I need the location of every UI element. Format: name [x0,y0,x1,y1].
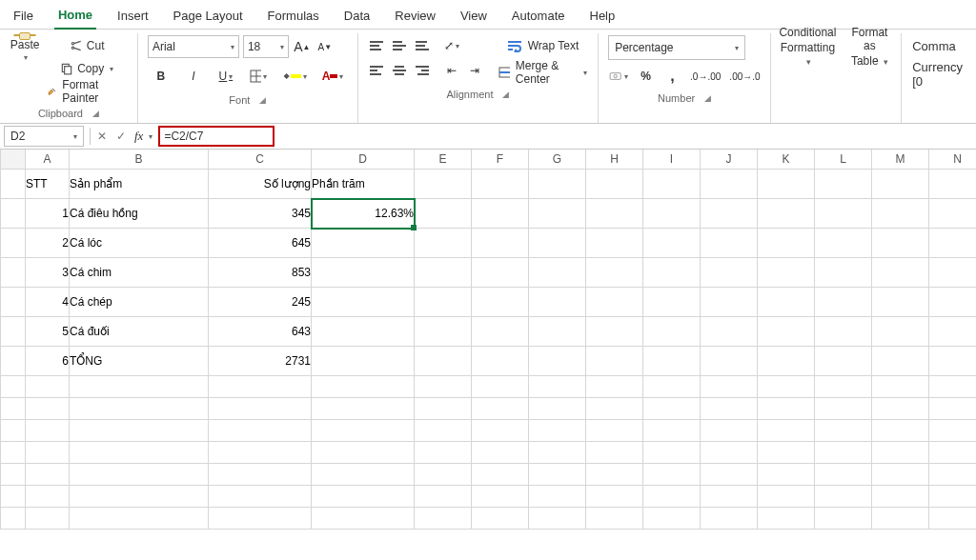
orientation-button[interactable]: ⤢▾ [442,35,461,56]
decrease-decimal-button[interactable]: .00→.0 [729,66,761,87]
cell[interactable] [312,486,415,508]
cell[interactable] [758,486,815,508]
cell[interactable] [529,398,586,420]
cell[interactable] [701,199,758,229]
cell[interactable] [929,420,977,442]
cell[interactable] [472,376,529,398]
copy-button[interactable]: Copy ▾ [46,58,127,79]
col-header[interactable]: A [26,150,70,170]
cell[interactable] [872,464,929,486]
cell[interactable] [586,464,643,486]
cell[interactable] [643,376,701,398]
cell[interactable] [586,508,643,530]
cell[interactable] [758,199,815,229]
cell[interactable] [586,199,643,229]
cell[interactable] [815,199,872,229]
cell[interactable] [758,442,815,464]
cell[interactable] [529,508,586,530]
cell[interactable] [929,508,977,530]
cell[interactable] [529,486,586,508]
cell[interactable] [643,288,701,317]
cell[interactable] [312,229,415,258]
cell[interactable] [929,464,977,486]
cell[interactable]: TỔNG [70,347,209,376]
cut-button[interactable]: Cut [46,35,127,56]
borders-button[interactable]: ▾ [245,64,272,89]
cell[interactable] [643,229,701,258]
tab-formulas[interactable]: Formulas [264,5,323,29]
cell[interactable]: Số lượng [209,170,312,199]
cell[interactable] [929,288,977,317]
cell[interactable] [758,464,815,486]
font-name-combo[interactable]: Arial ▾ [148,35,239,58]
row-header[interactable] [1,258,26,288]
cell[interactable] [26,376,70,398]
conditional-formatting-button[interactable]: Conditional Formatting ▾ [781,35,835,56]
cell[interactable] [70,376,209,398]
cell[interactable]: STT [26,170,70,199]
cell[interactable] [586,288,643,317]
wrap-text-button[interactable]: Wrap Text [498,35,588,56]
col-header[interactable]: L [815,150,872,170]
cell[interactable] [815,442,872,464]
row-header[interactable] [1,398,26,420]
cell[interactable] [26,486,70,508]
comma-style-button[interactable]: Comma [911,35,966,56]
cell[interactable] [815,347,872,376]
cell[interactable] [758,508,815,530]
tab-insert[interactable]: Insert [113,5,152,29]
cell[interactable] [312,398,415,420]
select-all-corner[interactable] [1,150,26,170]
cell[interactable] [701,420,758,442]
cell[interactable] [472,347,529,376]
cell[interactable] [872,288,929,317]
cell[interactable] [701,486,758,508]
cell[interactable] [758,347,815,376]
cell[interactable] [929,398,977,420]
tab-file[interactable]: File [10,5,37,29]
cell[interactable] [643,420,701,442]
cell[interactable] [815,508,872,530]
cell[interactable] [312,442,415,464]
cell[interactable] [758,376,815,398]
row-header[interactable] [1,420,26,442]
cell[interactable] [929,170,977,199]
cell[interactable] [815,398,872,420]
cell[interactable] [529,376,586,398]
cell[interactable] [26,442,70,464]
cell[interactable]: 4 [26,288,70,317]
col-header[interactable]: I [643,150,701,170]
cell[interactable] [472,508,529,530]
increase-indent-button[interactable]: ⇥ [465,60,484,81]
cell[interactable]: 1 [26,199,70,229]
cell[interactable] [70,464,209,486]
cell[interactable] [70,398,209,420]
cell[interactable] [701,464,758,486]
col-header[interactable]: N [929,150,977,170]
cell[interactable] [70,420,209,442]
cell[interactable] [929,376,977,398]
cell[interactable] [472,398,529,420]
cell[interactable] [758,229,815,258]
paste-button[interactable]: Paste ▾ [10,35,40,60]
cell[interactable] [929,317,977,347]
cell[interactable] [643,398,701,420]
cell[interactable] [70,442,209,464]
tab-view[interactable]: View [457,5,491,29]
bold-button[interactable]: B [148,64,174,89]
cell[interactable] [701,376,758,398]
cell[interactable]: Phần trăm [312,170,415,199]
cell[interactable] [529,258,586,288]
number-format-combo[interactable]: Percentage ▾ [608,35,745,60]
cell[interactable] [415,170,472,199]
cell[interactable] [472,258,529,288]
cell[interactable]: 345 [209,199,312,229]
cell[interactable] [415,288,472,317]
cell[interactable] [415,420,472,442]
fill-color-button[interactable]: ▾ [277,64,312,89]
cell[interactable] [643,464,701,486]
cell[interactable] [758,170,815,199]
tab-review[interactable]: Review [391,5,439,29]
cell[interactable] [415,508,472,530]
col-header[interactable]: E [415,150,472,170]
